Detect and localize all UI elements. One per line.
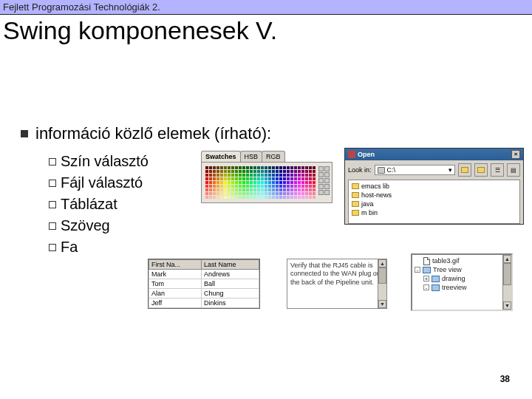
file-chooser-titlebar: Open × — [345, 149, 523, 160]
cell: Ball — [202, 279, 259, 289]
swatch-grid[interactable] — [205, 166, 316, 199]
color-chooser-widget: Swatches HSB RGB — [201, 151, 332, 203]
details-view-button[interactable]: ▤ — [507, 163, 520, 177]
scroll-up-button[interactable]: ▲ — [503, 255, 511, 263]
scroll-thumb[interactable] — [378, 267, 386, 284]
tree-node[interactable]: +drawing — [423, 274, 509, 283]
close-button[interactable]: × — [511, 150, 520, 159]
cell: Andrews — [202, 270, 259, 279]
file-chooser-title: Open — [358, 151, 375, 158]
tree-node[interactable]: -treeview — [423, 283, 509, 292]
tab-swatches[interactable]: Swatches — [201, 151, 241, 162]
cell: Chung — [202, 289, 259, 299]
table-row[interactable]: MarkAndrews — [149, 270, 259, 279]
scroll-down-button[interactable]: ▼ — [503, 301, 511, 310]
sub-bullet-text: Fa — [61, 239, 78, 255]
collapse-icon[interactable]: - — [415, 267, 420, 273]
list-item[interactable]: java — [352, 200, 516, 208]
tab-rgb[interactable]: RGB — [262, 151, 285, 162]
cell: Jeff — [149, 299, 202, 308]
table-row[interactable]: TomBall — [149, 279, 259, 289]
table-header[interactable]: Last Name — [202, 260, 259, 270]
slide-title: Swing komponenesek V. — [3, 16, 529, 45]
chevron-down-icon: ▾ — [449, 166, 452, 174]
file-chooser-widget: Open × Look in: C:\ ▾ ☰ ▤ emacs lib host… — [344, 148, 524, 225]
sub-bullet: Szöveg — [49, 215, 271, 236]
expand-icon[interactable]: + — [423, 276, 429, 282]
folder-icon — [352, 201, 359, 207]
folder-icon — [423, 267, 431, 273]
lookin-dropdown[interactable]: C:\ ▾ — [375, 165, 455, 175]
tab-hsb[interactable]: HSB — [240, 151, 263, 162]
cell: Tom — [149, 279, 202, 289]
textarea-widget[interactable]: Verify that the RJ45 cable is connected … — [287, 259, 387, 309]
hollow-bullet-icon — [49, 222, 56, 230]
tree-node[interactable]: -Tree view — [415, 265, 509, 274]
lookin-row: Look in: C:\ ▾ ☰ ▤ — [345, 160, 523, 180]
hollow-bullet-icon — [49, 244, 56, 251]
collapse-icon[interactable]: - — [423, 284, 429, 290]
up-folder-button[interactable] — [458, 163, 471, 177]
color-chooser-body — [201, 162, 332, 203]
table-row[interactable]: JeffDinkins — [149, 299, 259, 308]
sub-bullet-text: Szöveg — [61, 217, 110, 233]
recent-swatches[interactable] — [318, 166, 330, 199]
table-header[interactable]: First Na... — [149, 260, 202, 270]
tree-label: Tree view — [433, 265, 462, 274]
slide-header: Fejlett Programozási Technológiák 2. — [0, 0, 532, 15]
scrollbar[interactable]: ▲ ▼ — [378, 259, 386, 308]
tree-label: treeview — [442, 283, 467, 292]
list-view-button[interactable]: ☰ — [491, 163, 504, 177]
tree-label: drawing — [442, 274, 466, 283]
sub-bullet-text: Táblázat — [61, 196, 117, 212]
tree-node[interactable]: table3.gif — [423, 256, 509, 265]
table-row[interactable]: AlanChung — [149, 289, 259, 299]
tree-widget: table3.gif -Tree view +drawing -treeview… — [411, 253, 513, 311]
item-label: java — [361, 200, 374, 208]
cell: Alan — [149, 289, 202, 299]
java-cup-icon — [348, 151, 355, 158]
sub-bullet: Fa — [49, 236, 271, 258]
item-label: emacs lib — [361, 183, 389, 190]
sub-bullet-text: Fájl választó — [61, 174, 143, 191]
folder-icon — [352, 183, 359, 189]
hollow-bullet-icon — [49, 201, 56, 208]
lookin-value: C:\ — [387, 166, 396, 174]
item-label: m bin — [361, 209, 378, 216]
cell: Dinkins — [202, 299, 259, 308]
list-item[interactable]: m bin — [352, 208, 516, 217]
scroll-up-button[interactable]: ▲ — [378, 259, 386, 267]
disk-icon — [378, 167, 385, 174]
tree-label: table3.gif — [432, 256, 460, 265]
folder-icon — [432, 276, 440, 282]
list-item[interactable]: host-news — [352, 191, 516, 200]
file-list[interactable]: emacs lib host-news java m bin — [348, 180, 520, 224]
new-folder-button[interactable] — [474, 163, 488, 177]
file-icon — [423, 257, 430, 265]
folder-icon — [461, 167, 468, 173]
list-item[interactable]: emacs lib — [352, 182, 516, 191]
bullet-level1: információ közlő elemek (írható): — [21, 124, 271, 143]
folder-icon — [352, 192, 359, 198]
sub-bullet-text: Szín választó — [61, 153, 149, 169]
textarea-text: Verify that the RJ45 cable is connected … — [290, 262, 381, 286]
folder-icon — [352, 210, 359, 216]
page-number: 38 — [500, 374, 510, 384]
color-chooser-tabs: Swatches HSB RGB — [201, 151, 332, 162]
hollow-bullet-icon — [49, 158, 56, 166]
scroll-down-button[interactable]: ▼ — [378, 300, 386, 308]
lookin-label: Look in: — [348, 166, 372, 174]
square-bullet-icon — [21, 130, 28, 137]
bullet-level1-text: információ közlő elemek (írható): — [35, 124, 271, 143]
cell: Mark — [149, 270, 202, 279]
folder-icon — [432, 284, 440, 291]
item-label: host-news — [361, 191, 392, 199]
table-widget: First Na... Last Name MarkAndrews TomBal… — [148, 259, 260, 309]
folder-icon — [477, 167, 485, 173]
scrollbar[interactable]: ▲ ▼ — [502, 255, 511, 310]
hollow-bullet-icon — [49, 180, 56, 187]
scroll-thumb[interactable] — [503, 263, 511, 285]
